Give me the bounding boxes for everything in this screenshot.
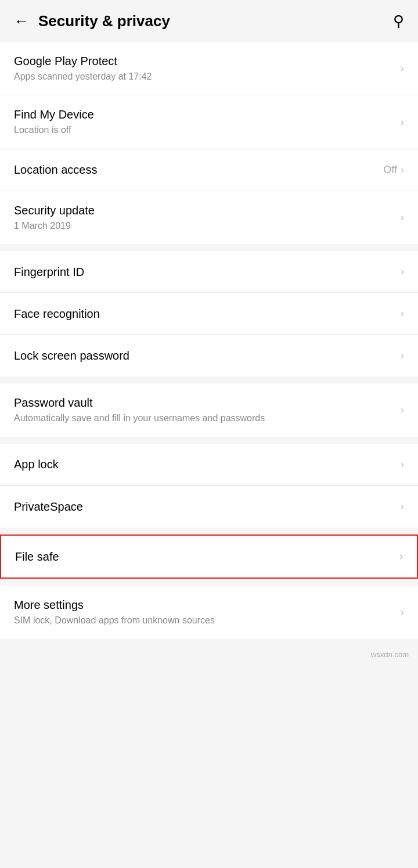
- security-update-subtitle: 1 March 2019: [14, 220, 394, 232]
- menu-item-more-settings[interactable]: More settings SIM lock, Download apps fr…: [0, 586, 418, 639]
- chevron-icon: ›: [401, 62, 404, 74]
- chevron-icon: ›: [401, 116, 404, 128]
- section-security-basics: Google Play Protect Apps scanned yesterd…: [0, 42, 418, 244]
- file-safe-title: File safe: [15, 549, 392, 564]
- menu-item-location-access[interactable]: Location access Off ›: [0, 149, 418, 191]
- chevron-icon: ›: [401, 458, 404, 471]
- find-my-device-title: Find My Device: [14, 107, 394, 122]
- password-vault-title: Password vault: [14, 395, 394, 410]
- watermark: wsxdn.com: [0, 645, 418, 663]
- chevron-icon: ›: [401, 211, 404, 224]
- section-biometrics: Fingerprint ID › Face recognition › Lock…: [0, 251, 418, 376]
- chevron-icon: ›: [401, 266, 404, 278]
- section-file-safe-highlighted: File safe ›: [0, 535, 418, 579]
- back-icon[interactable]: ←: [14, 12, 29, 30]
- chevron-icon: ›: [401, 350, 404, 362]
- menu-item-private-space[interactable]: PrivateSpace ›: [0, 486, 418, 528]
- security-update-title: Security update: [14, 203, 394, 218]
- chevron-icon: ›: [401, 307, 404, 320]
- chevron-icon: ›: [401, 606, 404, 618]
- location-access-title: Location access: [14, 162, 376, 177]
- chevron-icon: ›: [399, 550, 403, 562]
- find-my-device-subtitle: Location is off: [14, 124, 394, 137]
- private-space-title: PrivateSpace: [14, 499, 394, 514]
- chevron-icon: ›: [401, 164, 404, 176]
- section-password-vault: Password vault Automatically save and fi…: [0, 383, 418, 436]
- menu-item-google-play-protect[interactable]: Google Play Protect Apps scanned yesterd…: [0, 42, 418, 95]
- more-settings-title: More settings: [14, 597, 394, 612]
- more-settings-subtitle: SIM lock, Download apps from unknown sou…: [14, 614, 394, 627]
- header-left: ← Security & privacy: [14, 12, 170, 30]
- location-access-status: Off: [383, 164, 397, 176]
- header: ← Security & privacy ⚲: [0, 0, 418, 42]
- search-icon[interactable]: ⚲: [393, 12, 404, 30]
- menu-item-find-my-device[interactable]: Find My Device Location is off ›: [0, 95, 418, 149]
- menu-item-fingerprint-id[interactable]: Fingerprint ID ›: [0, 251, 418, 293]
- menu-item-password-vault[interactable]: Password vault Automatically save and fi…: [0, 383, 418, 436]
- chevron-icon: ›: [401, 500, 404, 512]
- menu-item-lock-screen-password[interactable]: Lock screen password ›: [0, 335, 418, 376]
- chevron-icon: ›: [401, 404, 404, 416]
- menu-item-app-lock[interactable]: App lock ›: [0, 444, 418, 486]
- lock-screen-password-title: Lock screen password: [14, 348, 394, 363]
- google-play-protect-title: Google Play Protect: [14, 53, 394, 69]
- menu-item-face-recognition[interactable]: Face recognition ›: [0, 293, 418, 335]
- google-play-protect-subtitle: Apps scanned yesterday at 17:42: [14, 70, 394, 83]
- password-vault-subtitle: Automatically save and fill in your user…: [14, 412, 394, 425]
- section-lock-space: App lock › PrivateSpace ›: [0, 444, 418, 528]
- app-lock-title: App lock: [14, 457, 394, 472]
- face-recognition-title: Face recognition: [14, 306, 394, 321]
- menu-item-file-safe[interactable]: File safe ›: [1, 536, 417, 578]
- menu-item-security-update[interactable]: Security update 1 March 2019 ›: [0, 191, 418, 244]
- page-title: Security & privacy: [38, 12, 170, 30]
- section-more-settings: More settings SIM lock, Download apps fr…: [0, 586, 418, 639]
- fingerprint-id-title: Fingerprint ID: [14, 264, 394, 279]
